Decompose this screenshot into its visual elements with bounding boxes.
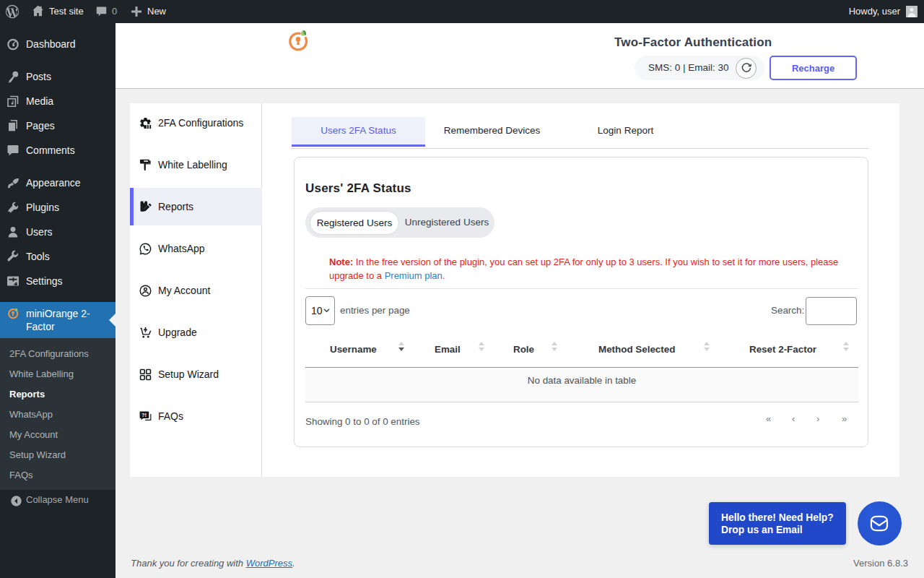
svg-text:?!: ?! <box>141 412 147 418</box>
